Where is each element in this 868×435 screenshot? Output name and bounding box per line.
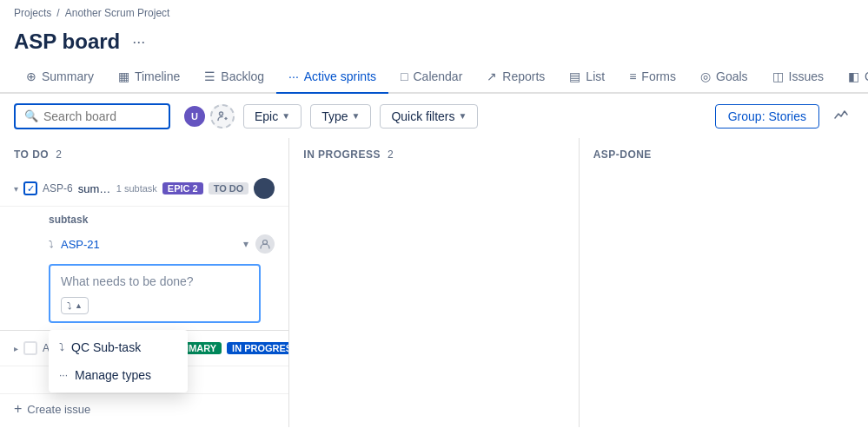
tab-reports-label: Reports — [502, 69, 545, 83]
subtask-type-icon: ⤵ — [67, 300, 72, 311]
asp6-subtask-section: subtask ⤵ ASP-21 ▾ What needs to be done… — [0, 207, 288, 331]
tab-summary-label: Summary — [42, 69, 94, 83]
tab-timeline-label: Timeline — [135, 69, 180, 83]
column-todo-label: TO DO — [14, 148, 49, 161]
summary-icon: ⊕ — [26, 69, 36, 83]
backlog-icon: ☰ — [204, 69, 215, 83]
asp5-chevron-icon[interactable]: ▸ — [14, 344, 18, 353]
tab-timeline[interactable]: ▦ Timeline — [106, 61, 192, 94]
list-icon: ▤ — [569, 69, 580, 83]
search-input[interactable] — [43, 109, 160, 123]
tab-issues-label: Issues — [789, 69, 824, 83]
column-done-body — [580, 171, 868, 427]
issues-icon: ◫ — [772, 69, 784, 83]
avatar-group: U — [182, 104, 235, 129]
column-todo: TO DO 2 ▾ ✓ ASP-6 summary 2023-12-08T22:… — [0, 138, 289, 427]
create-input-toolbar: ⤵ ▲ — [61, 297, 248, 314]
asp5-checkbox[interactable] — [23, 341, 37, 355]
create-subtask-placeholder[interactable]: What needs to be done? — [61, 274, 248, 288]
column-done-header: ASP-DONE — [580, 138, 868, 171]
breadcrumb-projects[interactable]: Projects — [14, 7, 51, 19]
column-inprogress: IN PROGRESS 2 — [289, 138, 579, 427]
toolbar: 🔍 U Epic ▼ Type ▼ Quick filters ▼ Group:… — [0, 94, 868, 138]
tab-forms[interactable]: ≡ Forms — [617, 61, 688, 94]
tab-active-sprints[interactable]: ··· Active sprints — [276, 61, 388, 94]
search-box: 🔍 — [14, 103, 170, 129]
calendar-icon: □ — [401, 69, 407, 83]
goals-icon: ◎ — [700, 69, 711, 83]
asp6-avatar — [254, 178, 275, 199]
create-subtask-input-area: What needs to be done? ⤵ ▲ — [49, 264, 261, 323]
svg-point-0 — [220, 112, 223, 115]
group-stories-button[interactable]: Group: Stories — [715, 104, 819, 129]
add-member-button[interactable] — [210, 104, 235, 129]
column-done: ASP-DONE — [580, 138, 868, 427]
qc-subtask-icon: ⤵ — [59, 341, 64, 353]
manage-types-icon: ··· — [59, 369, 68, 381]
breadcrumb: Projects / Another Scrum Project — [0, 0, 868, 26]
subtask-section-label: subtask — [14, 214, 275, 226]
create-issue-button[interactable]: + Create issue — [0, 394, 288, 424]
qc-subtask-label: QC Sub-task — [71, 340, 141, 354]
dropdown-item-qc-subtask[interactable]: ⤵ QC Sub-task — [49, 333, 188, 361]
chart-view-button[interactable] — [828, 102, 854, 129]
epic-chevron-icon: ▼ — [282, 111, 290, 121]
column-done-label: ASP-DONE — [593, 148, 652, 161]
tab-backlog-label: Backlog — [221, 69, 264, 83]
avatar: U — [182, 104, 207, 129]
reports-icon: ↗ — [487, 69, 497, 83]
create-plus-icon: + — [14, 401, 22, 417]
tab-issues[interactable]: ◫ Issues — [760, 61, 836, 94]
tab-reports[interactable]: ↗ Reports — [474, 61, 557, 94]
issue-row-asp6[interactable]: ▾ ✓ ASP-6 summary 2023-12-08T22:41:30.5+… — [0, 171, 288, 207]
column-todo-header: TO DO 2 — [0, 138, 288, 171]
epic-filter-label: Epic — [255, 109, 278, 123]
type-chevron-icon: ▼ — [352, 111, 361, 121]
breadcrumb-project[interactable]: Another Scrum Project — [65, 7, 170, 19]
asp6-chevron-icon[interactable]: ▾ — [14, 184, 18, 194]
tab-list[interactable]: ▤ List — [557, 61, 617, 94]
components-icon: ◧ — [848, 69, 859, 83]
create-issue-label: Create issue — [27, 403, 90, 416]
quick-filters-label: Quick filters — [391, 109, 454, 123]
more-options-button[interactable]: ··· — [129, 31, 149, 53]
column-inprogress-count: 2 — [388, 148, 394, 161]
asp6-todo-tag: TO DO — [209, 182, 249, 194]
tab-list-label: List — [586, 69, 605, 83]
subtask-type-button[interactable]: ⤵ ▲ — [61, 297, 89, 314]
breadcrumb-sep: / — [56, 7, 59, 19]
page-title: ASP board — [14, 30, 120, 54]
type-filter-label: Type — [321, 109, 348, 123]
tab-summary[interactable]: ⊕ Summary — [14, 61, 106, 94]
active-sprints-icon: ··· — [288, 69, 299, 83]
timeline-icon: ▦ — [118, 69, 129, 83]
column-todo-body: ▾ ✓ ASP-6 summary 2023-12-08T22:41:30.5+… — [0, 171, 288, 427]
tab-backlog[interactable]: ☰ Backlog — [192, 61, 276, 94]
quick-filters-chevron-icon: ▼ — [459, 111, 467, 121]
tab-goals[interactable]: ◎ Goals — [688, 61, 760, 94]
search-icon: 🔍 — [24, 109, 38, 122]
asp21-chevron-icon[interactable]: ▾ — [243, 238, 248, 250]
subtask-row-asp21[interactable]: ⤵ ASP-21 ▾ — [14, 231, 275, 257]
subtask-link-icon: ⤵ — [49, 239, 54, 249]
asp6-subtask-badge: 1 subtask — [116, 183, 157, 194]
tab-calendar[interactable]: □ Calendar — [388, 61, 474, 94]
tab-forms-label: Forms — [641, 69, 676, 83]
column-inprogress-header: IN PROGRESS 2 — [289, 138, 578, 171]
dropdown-item-manage-types[interactable]: ··· Manage types — [49, 361, 188, 389]
asp21-key: ASP-21 — [61, 238, 100, 251]
forms-icon: ≡ — [629, 69, 636, 83]
asp21-avatar — [255, 234, 275, 254]
asp6-epic-tag: EPIC 2 — [162, 182, 203, 194]
page-header: ASP board ··· — [0, 26, 868, 61]
tab-calendar-label: Calendar — [414, 69, 463, 83]
quick-filters-button[interactable]: Quick filters ▼ — [380, 104, 478, 129]
type-filter-button[interactable]: Type ▼ — [310, 104, 371, 129]
column-inprogress-label: IN PROGRESS — [303, 148, 381, 161]
epic-filter-button[interactable]: Epic ▼ — [243, 104, 301, 129]
tab-components[interactable]: ◧ Components — [836, 61, 868, 94]
asp5-status-tag: IN PROGRESS — [227, 342, 288, 354]
tab-components-label: Components — [865, 69, 868, 83]
asp6-summary: summary 2023-12-08T22:41:30.5+0000 — [78, 182, 111, 195]
asp6-checkbox[interactable]: ✓ — [23, 181, 37, 195]
